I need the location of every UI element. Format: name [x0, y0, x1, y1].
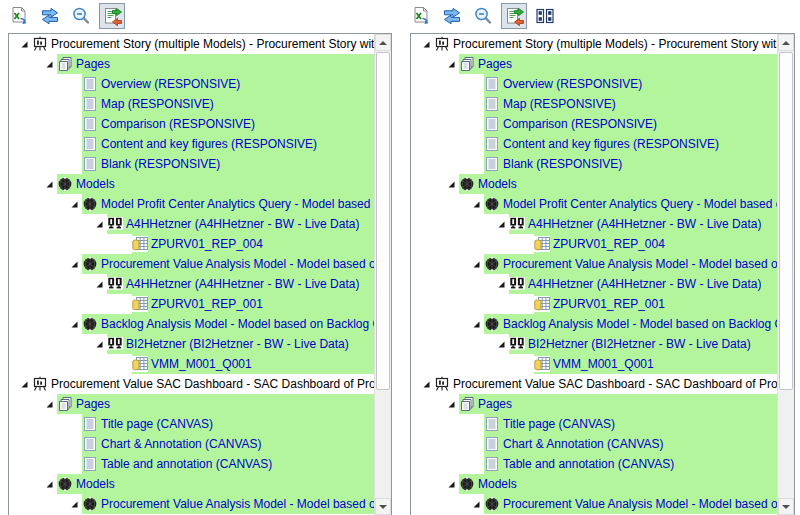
tree-row-highlight: ZPURV01_REP_004 — [534, 234, 777, 254]
tree-row[interactable]: Models — [411, 474, 777, 494]
tree-row[interactable]: Overview (RESPONSIVE) — [9, 74, 374, 94]
tree-row[interactable]: Chart & Annotation (CANVAS) — [9, 434, 374, 454]
tree-row[interactable]: Model Profit Center Analytics Query - Mo… — [9, 194, 374, 214]
expander-icon[interactable] — [469, 194, 484, 214]
tree-row[interactable]: BI2Hetzner (BI2Hetzner - BW - Live Data) — [9, 334, 374, 354]
tree-row[interactable]: Content and key figures (RESPONSIVE) — [411, 134, 777, 154]
vertical-scrollbar[interactable] — [777, 34, 794, 515]
expander-icon[interactable] — [444, 174, 459, 194]
tree-row[interactable]: Blank (RESPONSIVE) — [411, 154, 777, 174]
tree-row-label: Procurement Value SAC Dashboard - SAC Da… — [453, 377, 777, 391]
tree-row[interactable]: Pages — [9, 54, 374, 74]
tree-row[interactable]: A4HHetzner (A4HHetzner - BW - Live Data) — [411, 274, 777, 294]
tree-row[interactable]: Backlog Analysis Model - Model based on … — [9, 314, 374, 334]
tree-row[interactable]: ZPURV01_REP_004 — [9, 234, 374, 254]
expander-icon[interactable] — [42, 474, 57, 494]
tree-row[interactable]: Model Profit Center Analytics Query - Mo… — [411, 194, 777, 214]
tree-row[interactable]: Procurement Value Analysis Model - Model… — [411, 494, 777, 514]
tree-row[interactable]: A4HHetzner (A4HHetzner - BW - Live Data) — [9, 274, 374, 294]
expander-icon[interactable] — [42, 54, 57, 74]
expander-icon[interactable] — [42, 394, 57, 414]
tree-row[interactable]: Pages — [9, 394, 374, 414]
expander-icon[interactable] — [17, 34, 32, 54]
expander-icon[interactable] — [67, 194, 82, 214]
tree-row[interactable]: VMM_M001_Q001 — [411, 354, 777, 374]
tree-row[interactable]: Overview (RESPONSIVE) — [411, 74, 777, 94]
scroll-down-button[interactable] — [778, 498, 794, 515]
expander-icon[interactable] — [469, 494, 484, 514]
tree-row-label: Table and annotation (CANVAS) — [503, 457, 674, 471]
tree-row[interactable]: VMM_M001_Q001 — [9, 354, 374, 374]
tree-row[interactable]: Procurement Story (multiple Models) - Pr… — [9, 34, 374, 54]
tree-row[interactable]: Procurement Value SAC Dashboard - SAC Da… — [9, 374, 374, 394]
compare-documents-button[interactable] — [501, 3, 527, 29]
scrollbar-thumb[interactable] — [779, 52, 793, 390]
tree-row[interactable]: Procurement Story (multiple Models) - Pr… — [411, 34, 777, 54]
zoom-out-button[interactable] — [470, 3, 496, 29]
tree-row[interactable]: Title page (CANVAS) — [9, 414, 374, 434]
tree-row[interactable]: Content and key figures (RESPONSIVE) — [9, 134, 374, 154]
tree-row[interactable]: A4HHetzner (A4HHetzner - BW - Live Data) — [9, 214, 374, 234]
expander-icon[interactable] — [67, 254, 82, 274]
expander-icon[interactable] — [469, 314, 484, 334]
page-icon — [82, 416, 98, 432]
expander-icon[interactable] — [494, 334, 509, 354]
export-excel-button[interactable] — [408, 3, 434, 29]
tree-row[interactable]: Map (RESPONSIVE) — [411, 94, 777, 114]
tree-row[interactable]: Comparison (RESPONSIVE) — [411, 114, 777, 134]
tree-row[interactable]: Procurement Value SAC Dashboard - SAC Da… — [411, 374, 777, 394]
tree-row[interactable]: Procurement Value Analysis Model - Model… — [9, 254, 374, 274]
tree-row[interactable]: Models — [9, 174, 374, 194]
zoom-out-button[interactable] — [68, 3, 94, 29]
expander-icon[interactable] — [419, 34, 434, 54]
expander-icon[interactable] — [419, 374, 434, 394]
expander-icon[interactable] — [494, 274, 509, 294]
tree-row[interactable]: Comparison (RESPONSIVE) — [9, 114, 374, 134]
tree-row[interactable]: BI2Hetzner (BI2Hetzner - BW - Live Data) — [411, 334, 777, 354]
expander-icon[interactable] — [444, 394, 459, 414]
tree-row-highlight: Procurement Value SAC Dashboard - SAC Da… — [434, 374, 777, 394]
tree-row[interactable]: Procurement Value Analysis Model - Model… — [411, 254, 777, 274]
tree-row[interactable]: Models — [9, 474, 374, 494]
tree-row-highlight: Chart & Annotation (CANVAS) — [484, 434, 777, 454]
expander-icon[interactable] — [17, 374, 32, 394]
expander-icon[interactable] — [469, 254, 484, 274]
tree-row[interactable]: Table and annotation (CANVAS) — [411, 454, 777, 474]
export-excel-button[interactable] — [6, 3, 32, 29]
tree-row[interactable]: Blank (RESPONSIVE) — [9, 154, 374, 174]
tree-row-label: Models — [478, 177, 517, 191]
swap-arrows-button[interactable] — [439, 3, 465, 29]
tree-row[interactable]: ZPURV01_REP_001 — [411, 294, 777, 314]
expander-icon[interactable] — [444, 54, 459, 74]
tree-row[interactable]: ZPURV01_REP_001 — [9, 294, 374, 314]
tree-row[interactable]: Chart & Annotation (CANVAS) — [411, 434, 777, 454]
tree-row[interactable]: Map (RESPONSIVE) — [9, 94, 374, 114]
model-icon — [82, 256, 98, 272]
tree-row[interactable]: Pages — [411, 394, 777, 414]
expander-icon[interactable] — [92, 274, 107, 294]
tree-row[interactable]: ZPURV01_REP_004 — [411, 234, 777, 254]
expander-icon[interactable] — [67, 314, 82, 334]
vertical-scrollbar[interactable] — [374, 34, 391, 515]
scrollbar-thumb[interactable] — [376, 52, 390, 390]
swap-arrows-button[interactable] — [37, 3, 63, 29]
tree-row[interactable]: Procurement Value Analysis Model - Model… — [9, 494, 374, 514]
tree-row[interactable]: Pages — [411, 54, 777, 74]
scroll-up-button[interactable] — [778, 34, 794, 51]
tree-row[interactable]: Backlog Analysis Model - Model based on … — [411, 314, 777, 334]
tree-row[interactable]: Models — [411, 174, 777, 194]
tree-row[interactable]: Title page (CANVAS) — [411, 414, 777, 434]
expander-icon[interactable] — [92, 334, 107, 354]
compare-documents-button[interactable] — [99, 3, 125, 29]
scroll-down-button[interactable] — [375, 498, 391, 515]
side-by-side-layout-button[interactable] — [532, 3, 558, 29]
expander-icon[interactable] — [92, 214, 107, 234]
expander-icon[interactable] — [42, 174, 57, 194]
tree-row-highlight: Pages — [459, 54, 777, 74]
expander-icon[interactable] — [444, 474, 459, 494]
tree-row[interactable]: Table and annotation (CANVAS) — [9, 454, 374, 474]
expander-icon[interactable] — [67, 494, 82, 514]
scroll-up-button[interactable] — [375, 34, 391, 51]
tree-row[interactable]: A4HHetzner (A4HHetzner - BW - Live Data) — [411, 214, 777, 234]
expander-icon[interactable] — [494, 214, 509, 234]
